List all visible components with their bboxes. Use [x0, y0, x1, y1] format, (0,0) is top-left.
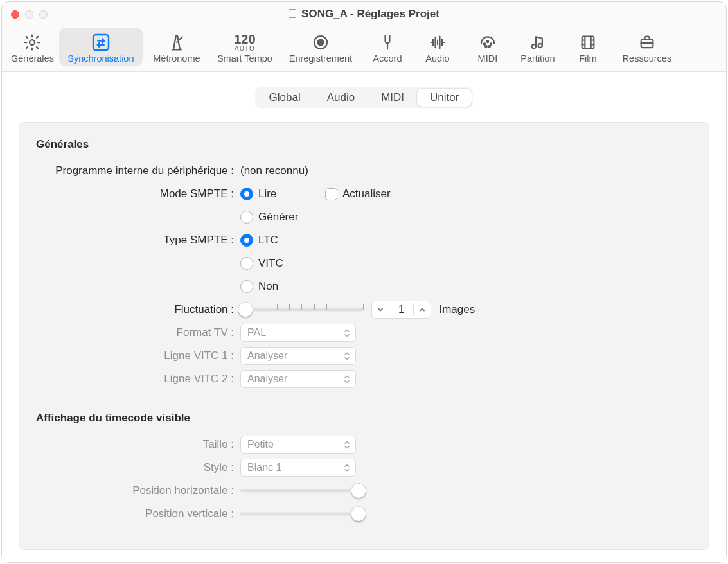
tuning-fork-icon: [378, 31, 396, 53]
svg-point-8: [488, 46, 490, 48]
toolbar-metronome[interactable]: Métronome: [143, 28, 211, 66]
vpos-label: Position verticale :: [36, 507, 240, 520]
toolbar-tuning[interactable]: Accord: [362, 28, 413, 66]
content: Global Audio MIDI Unitor Générales Progr…: [2, 72, 726, 562]
toolbar-label: Partition: [520, 53, 555, 64]
checkbox-label: Actualiser: [342, 188, 391, 200]
checkbox-actualiser[interactable]: Actualiser: [325, 188, 402, 200]
stepper-down[interactable]: [372, 301, 389, 318]
toolbar-label: Accord: [373, 53, 402, 64]
svg-point-0: [30, 40, 35, 45]
tempo-icon: 120 AUTO: [234, 31, 255, 53]
fluctuation-slider[interactable]: [240, 303, 364, 317]
toolbar-score[interactable]: Partition: [513, 28, 563, 66]
vpos-slider[interactable]: [240, 507, 364, 521]
select-value: Petite: [247, 439, 274, 450]
window-title: SONG_A - Réglages Projet: [2, 8, 726, 21]
film-icon: [579, 31, 597, 53]
radio-type-non[interactable]: Non: [240, 280, 317, 293]
radio-label: Lire: [258, 188, 276, 200]
settings-panel: Générales Programme interne du périphéri…: [19, 122, 709, 550]
stepper-value: 1: [389, 303, 413, 316]
toolbar-smart-tempo[interactable]: 120 AUTO Smart Tempo: [211, 28, 279, 66]
midi-icon: [478, 31, 497, 53]
select-value: Blanc 1: [247, 462, 281, 473]
toolbar-movie[interactable]: Film: [563, 28, 613, 66]
fluctuation-label: Fluctuation :: [36, 303, 240, 316]
toolbar-general[interactable]: Générales: [6, 28, 59, 66]
tab-midi[interactable]: MIDI: [368, 89, 417, 107]
minimize-button[interactable]: [25, 10, 33, 19]
svg-point-6: [490, 43, 492, 45]
vitc1-select[interactable]: Analyser: [240, 347, 356, 365]
toolbar-label: Smart Tempo: [217, 53, 272, 64]
vitc2-select[interactable]: Analyser: [240, 370, 356, 388]
chevron-updown-icon: [344, 352, 350, 360]
sub-tabs: Global Audio MIDI Unitor: [19, 87, 709, 108]
toolbar-label: Enregistrement: [289, 53, 352, 64]
radio-mode-lire[interactable]: Lire: [240, 188, 317, 200]
checkbox-icon: [325, 188, 337, 200]
sync-icon: [91, 31, 111, 53]
radio-label: Non: [258, 280, 278, 293]
radio-label: LTC: [258, 234, 278, 247]
zoom-button[interactable]: [39, 10, 48, 19]
titlebar: SONG_A - Réglages Projet: [2, 2, 726, 26]
radio-mode-generer[interactable]: Générer: [240, 211, 317, 224]
mode-smpte-label: Mode SMPTE :: [36, 188, 240, 200]
toolbar-midi[interactable]: MIDI: [463, 28, 513, 66]
notes-icon: [528, 31, 547, 53]
tab-unitor[interactable]: Unitor: [417, 89, 472, 107]
toolbar-audio[interactable]: Audio: [413, 28, 463, 66]
radio-icon: [240, 280, 253, 293]
window-controls: [2, 10, 48, 19]
tv-format-select[interactable]: PAL: [240, 324, 356, 342]
radio-icon: [240, 234, 253, 247]
toolbar-label: Audio: [425, 53, 449, 64]
toolbar: Générales Synchronisation Métronome 120 …: [2, 26, 726, 72]
toolbar-sync[interactable]: Synchronisation: [59, 28, 143, 66]
select-value: Analyser: [247, 350, 287, 362]
select-value: PAL: [247, 327, 266, 339]
radio-type-ltc[interactable]: LTC: [240, 234, 317, 247]
toolbar-label: Ressources: [623, 53, 672, 64]
radio-label: Générer: [258, 211, 298, 224]
program-label: Programme interne du périphérique :: [36, 164, 240, 177]
tv-format-label: Format TV :: [36, 326, 240, 339]
section-timecode-title: Affichage du timecode visible: [36, 412, 692, 425]
fluctuation-stepper[interactable]: 1: [371, 301, 431, 319]
svg-point-10: [538, 44, 542, 48]
svg-rect-1: [93, 35, 109, 50]
gear-icon: [22, 31, 42, 53]
style-select[interactable]: Blanc 1: [240, 459, 356, 477]
section-general-title: Générales: [36, 138, 692, 151]
radio-label: VITC: [258, 257, 283, 270]
stepper-up[interactable]: [414, 301, 431, 318]
briefcase-icon: [637, 31, 657, 53]
hpos-slider[interactable]: [240, 484, 364, 498]
toolbar-record[interactable]: Enregistrement: [279, 28, 362, 66]
svg-point-4: [484, 43, 486, 45]
svg-point-5: [487, 41, 489, 43]
vitc1-label: Ligne VITC 1 :: [36, 349, 240, 362]
taille-select[interactable]: Petite: [240, 436, 356, 454]
hpos-label: Position horizontale :: [36, 484, 240, 497]
tab-audio[interactable]: Audio: [314, 89, 368, 107]
metronome-icon: [167, 31, 186, 53]
close-button[interactable]: [11, 10, 19, 19]
window: SONG_A - Réglages Projet Générales Synch…: [1, 1, 727, 563]
toolbar-label: Synchronisation: [67, 53, 134, 64]
radio-type-vitc[interactable]: VITC: [240, 257, 317, 270]
radio-icon: [240, 211, 253, 224]
toolbar-label: Film: [579, 53, 596, 64]
document-icon: [289, 9, 296, 18]
svg-rect-11: [582, 37, 594, 49]
select-value: Analyser: [247, 373, 287, 385]
style-label: Style :: [36, 461, 240, 474]
toolbar-assets[interactable]: Ressources: [613, 28, 681, 66]
tab-global[interactable]: Global: [256, 89, 314, 107]
radio-icon: [240, 188, 253, 200]
type-smpte-label: Type SMPTE :: [36, 234, 240, 247]
taille-label: Taille :: [36, 438, 240, 451]
svg-point-7: [485, 46, 487, 48]
